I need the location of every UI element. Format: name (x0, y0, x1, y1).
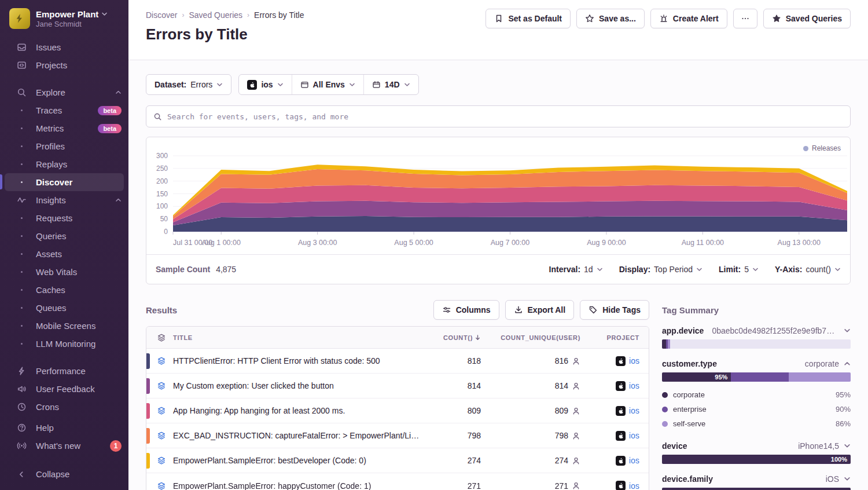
facet-legend-item[interactable]: corporate 95% (662, 387, 851, 402)
stack-icon[interactable] (146, 456, 173, 465)
table-row[interactable]: EmpowerPlant.SampleError: happyCustomer … (146, 473, 649, 490)
legend-label: enterprise (673, 405, 707, 414)
dataset-selector[interactable]: Dataset: Errors (146, 74, 231, 95)
stack-icon[interactable] (146, 406, 173, 415)
sidebar-item-metrics[interactable]: Metrics beta (0, 119, 128, 137)
limit-selector[interactable]: Limit: 5 (719, 265, 759, 274)
sidebar-item-assets[interactable]: Assets (0, 245, 128, 263)
sidebar-item-issues[interactable]: Issues (0, 38, 128, 56)
error-title[interactable]: App Hanging: App hanging for at least 20… (173, 406, 428, 415)
columns-button[interactable]: Columns (433, 300, 499, 320)
filter-bar: Dataset: Errors ios All Envs (146, 74, 851, 95)
date-range-filter[interactable]: 14D (363, 75, 418, 94)
saved-queries-button[interactable]: Saved Queries (763, 9, 851, 28)
stack-icon[interactable] (146, 481, 173, 490)
chart-legend[interactable]: Releases (803, 144, 841, 152)
project-link[interactable]: ios (629, 406, 639, 415)
export-all-button[interactable]: Export All (505, 300, 575, 320)
sidebar-collapse[interactable]: Collapse (0, 465, 128, 483)
sidebar-item-mobile-screens[interactable]: Mobile Screens (0, 317, 128, 335)
yaxis-selector[interactable]: Y-Axis: count() (775, 265, 841, 274)
sidebar-item-discover[interactable]: Discover (5, 173, 124, 191)
sidebar-item-web-vitals[interactable]: Web Vitals (0, 263, 128, 281)
error-title[interactable]: HTTPClientError: HTTP Client Error with … (173, 356, 428, 365)
sidebar-item-caches[interactable]: Caches (0, 281, 128, 299)
set-as-default-button[interactable]: Set as Default (486, 9, 571, 28)
table-row[interactable]: App Hanging: App hanging for at least 20… (146, 398, 649, 423)
user-name: Jane Schmidt (36, 20, 108, 28)
column-count-unique[interactable]: Count_unique(user) (481, 334, 580, 341)
stack-icon[interactable] (146, 381, 173, 390)
facet-toggle[interactable]: app.device 0baebc0de4982f1255f2e9e9fb7… (662, 326, 851, 335)
error-title[interactable]: EmpowerPlant.SampleError: bestDeveloper … (173, 456, 428, 465)
facet-bar[interactable]: 95% (662, 372, 851, 382)
facet-legend-item[interactable]: enterprise 90% (662, 402, 851, 416)
hide-tags-button[interactable]: Hide Tags (580, 300, 649, 320)
sidebar-item-projects[interactable]: Projects (0, 56, 128, 74)
column-title[interactable]: Title (173, 334, 428, 341)
count-value: 274 (428, 456, 481, 465)
sidebar-item-performance[interactable]: Performance (0, 362, 128, 380)
facet-toggle[interactable]: device iPhone14,5 (662, 441, 851, 451)
sidebar-item-crons[interactable]: Crons (0, 398, 128, 416)
stack-icon[interactable] (146, 356, 173, 365)
apple-icon (616, 356, 626, 366)
project-link[interactable]: ios (629, 431, 639, 440)
facet-bar[interactable] (662, 339, 851, 349)
error-title[interactable]: EXC_BAD_INSTRUCTION: captureFatalError: … (173, 431, 428, 440)
sidebar-item-label: Mobile Screens (36, 321, 122, 331)
sidebar-item-label: What's new (36, 441, 101, 451)
project-filter[interactable]: ios (239, 75, 291, 94)
control-value: 5 (744, 265, 749, 274)
sidebar-item-requests[interactable]: Requests (0, 209, 128, 227)
interval-selector[interactable]: Interval: 1d (549, 265, 603, 274)
sidebar-item-traces[interactable]: Traces beta (0, 101, 128, 119)
breadcrumb-saved-queries[interactable]: Saved Queries (189, 10, 242, 20)
sidebar-item-queues[interactable]: Queues (0, 299, 128, 317)
stack-icon[interactable] (146, 333, 173, 342)
table-row[interactable]: EmpowerPlant.SampleError: bestDeveloper … (146, 448, 649, 473)
count-unique-value: 814 (555, 381, 568, 390)
search-input[interactable] (167, 112, 843, 121)
more-actions-button[interactable] (733, 9, 757, 28)
count-unique-value: 274 (555, 456, 568, 465)
user-icon (572, 456, 580, 465)
sidebar-item-whats-new[interactable]: What's new 1 (0, 437, 128, 455)
control-value: Top Period (654, 265, 693, 274)
facet-bar[interactable]: 100% (662, 488, 851, 490)
save-as-button[interactable]: Save as... (576, 9, 645, 28)
sidebar-item-replays[interactable]: Replays (0, 155, 128, 173)
facet-toggle[interactable]: device.family iOS (662, 474, 851, 484)
column-project[interactable]: Project (580, 334, 649, 341)
org-switcher[interactable]: Empower Plant Jane Schmidt (0, 0, 128, 38)
environment-filter[interactable]: All Envs (292, 75, 363, 94)
project-link[interactable]: ios (629, 356, 639, 365)
search-bar[interactable] (146, 105, 851, 127)
project-link[interactable]: ios (629, 481, 639, 490)
sidebar-item-llm-monitoring[interactable]: LLM Monitoring (0, 335, 128, 353)
display-selector[interactable]: Display: Top Period (619, 265, 703, 274)
sidebar-section-explore[interactable]: Explore (0, 83, 128, 101)
table-row[interactable]: EXC_BAD_INSTRUCTION: captureFatalError: … (146, 423, 649, 448)
stack-icon[interactable] (146, 431, 173, 440)
sidebar-item-user-feedback[interactable]: User Feedback (0, 380, 128, 398)
column-count[interactable]: Count() (428, 334, 481, 341)
table-row[interactable]: My Custom exeption: User clicked the but… (146, 374, 649, 398)
error-title[interactable]: My Custom exeption: User clicked the but… (173, 381, 428, 390)
create-alert-button[interactable]: Create Alert (650, 9, 727, 28)
sidebar-section-insights[interactable]: Insights (0, 191, 128, 209)
sidebar-item-queries[interactable]: Queries (0, 227, 128, 245)
apple-icon (616, 456, 626, 466)
facet-bar[interactable]: 100% (662, 455, 851, 464)
facet-toggle[interactable]: customer.type corporate (662, 359, 851, 368)
sidebar-item-profiles[interactable]: Profiles (0, 137, 128, 155)
sidebar-item-help[interactable]: Help (0, 419, 128, 437)
svg-text:Aug 11 00:00: Aug 11 00:00 (682, 239, 724, 247)
chart-footer: Sample Count 4,875 Interval: 1d Display:… (146, 254, 850, 284)
facet-legend-item[interactable]: self-serve 86% (662, 416, 851, 431)
table-row[interactable]: HTTPClientError: HTTP Client Error with … (146, 349, 649, 374)
error-title[interactable]: EmpowerPlant.SampleError: happyCustomer … (173, 481, 428, 490)
project-link[interactable]: ios (629, 456, 639, 465)
project-link[interactable]: ios (629, 381, 639, 390)
breadcrumb-discover[interactable]: Discover (146, 10, 177, 20)
